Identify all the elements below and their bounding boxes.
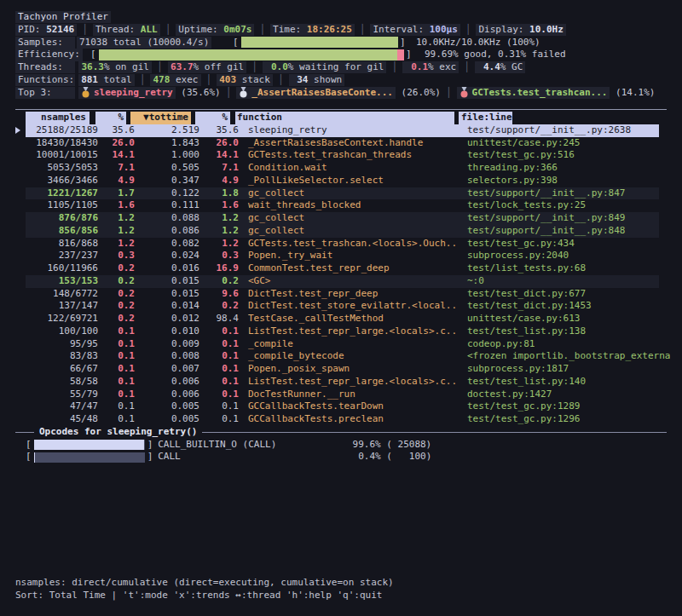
cell-cumulative-percent: 0.2 xyxy=(199,275,239,288)
cell-tottime: 0.010 xyxy=(135,325,199,338)
opcode-usage-bar-fill xyxy=(34,452,35,463)
cell-nsamples: 876/876 xyxy=(26,212,98,225)
cell-nsamples: 83/83 xyxy=(26,350,98,363)
cell-tottime: 0.009 xyxy=(135,338,199,351)
table-row[interactable]: 137/1470.20.0140.2DictTest.test_store_ev… xyxy=(0,300,682,313)
cell-file-line: test/support/__init__.py:849 xyxy=(458,212,625,225)
table-row[interactable]: 3466/34664.90.3474.9_PollLikeSelector.se… xyxy=(0,175,682,187)
opcode-row: []CALL0.4% ( 100) xyxy=(0,451,682,463)
column-header-cumulative-percent[interactable]: % xyxy=(195,112,230,124)
cell-tottime: 0.006 xyxy=(135,389,199,401)
table-row[interactable]: 816/8681.20.0821.2GCTests.test_trashcan.… xyxy=(0,238,682,250)
cell-function: <GC> xyxy=(239,275,458,288)
top3-entry[interactable]: sleeping_retry xyxy=(78,87,176,99)
cell-nsamples: 66/67 xyxy=(26,363,98,376)
table-row[interactable]: 148/67720.20.0159.6DictTest.test_repr_de… xyxy=(0,288,682,301)
status-item: Interval: 100µs xyxy=(370,24,459,36)
cell-function: GCCallbackTests.preclean xyxy=(239,413,458,426)
function-stat-suffix: stack xyxy=(236,74,270,87)
cell-file-line: test/test_gc.py:1296 xyxy=(458,413,580,426)
column-header-direct-percent[interactable]: % xyxy=(95,112,126,124)
table-row[interactable]: 1221/12671.70.1221.8gc_collecttest/suppo… xyxy=(0,187,682,200)
table-row[interactable]: 237/2370.30.0240.3Popen._try_waitsubproc… xyxy=(0,250,682,262)
cell-cumulative-percent: 0.1 xyxy=(199,413,239,426)
table-row[interactable]: 83/830.10.0080.1_compile_bytecode<frozen… xyxy=(0,350,682,363)
cell-function: TestCase._callTestMethod xyxy=(239,313,458,325)
cell-function: gc_collect xyxy=(239,225,458,238)
table-row[interactable]: 25188/2518935.62.51935.6sleeping_retryte… xyxy=(0,124,682,137)
top3-entry[interactable]: _AssertRaisesBaseConte... xyxy=(236,87,396,99)
table-row[interactable]: 1105/11051.60.1111.6wait_threads_blocked… xyxy=(0,199,682,212)
column-header-nsamples[interactable]: nsamples xyxy=(26,112,90,124)
cell-cumulative-percent: 9.6 xyxy=(199,288,239,301)
cell-cumulative-percent: 0.1 xyxy=(199,338,239,351)
cell-direct-percent: 0.1 xyxy=(98,350,135,363)
cell-function: _compile_bytecode xyxy=(239,350,458,363)
table-header-row: nsamples % ▼tottime % function file:line xyxy=(0,112,682,124)
cell-cumulative-percent: 0.2 xyxy=(199,300,239,313)
cell-function: _compile xyxy=(239,338,458,351)
cell-file-line: codeop.py:81 xyxy=(458,338,535,351)
opcodes-section-header: Opcodes for sleeping_retry() xyxy=(0,426,682,439)
table-row[interactable]: 153/1530.20.0150.2<GC>~:0 xyxy=(0,275,682,288)
separator-bar: │ xyxy=(465,24,471,37)
cell-file-line: doctest.py:1427 xyxy=(458,389,552,401)
cell-nsamples: 1221/1267 xyxy=(26,187,98,200)
cell-direct-percent: 0.1 xyxy=(98,376,135,389)
table-row[interactable]: 160/119660.20.01616.9CommonTest.test_rep… xyxy=(0,262,682,275)
cell-cumulative-percent: 0.1 xyxy=(199,389,239,401)
opcode-bar-close-bracket: ] xyxy=(147,439,153,452)
cell-direct-percent: 7.1 xyxy=(98,162,135,175)
efficiency-line: Efficiency: [ ] 99.69% good, 0.31% faile… xyxy=(0,49,682,61)
separator-bar: │ xyxy=(157,61,163,74)
table-row[interactable]: 856/8561.20.0861.2gc_collecttest/support… xyxy=(0,225,682,238)
cell-nsamples: 3466/3466 xyxy=(26,175,98,187)
table-row[interactable]: 100/1000.10.0100.1ListTest.test_repr_lar… xyxy=(0,325,682,338)
table-row-body: 1105/11051.60.1111.6wait_threads_blocked… xyxy=(26,199,659,212)
cell-tottime: 1.000 xyxy=(135,149,199,162)
table-row[interactable]: 55/790.10.0060.1DocTestRunner.__rundocte… xyxy=(0,389,682,401)
column-header-tottime-sorted[interactable]: ▼tottime xyxy=(130,112,191,124)
table-row[interactable]: 122/697210.20.01298.4TestCase._callTestM… xyxy=(0,313,682,325)
opcodes-list: []CALL_BUILTIN_O (CALL)99.6% ( 25088)[]C… xyxy=(0,439,682,464)
app-title: Tachyon Profiler xyxy=(15,11,111,23)
efficiency-good-segment xyxy=(99,49,397,60)
table-row[interactable]: 10001/1001514.11.00014.1GCTests.test_tra… xyxy=(0,149,682,162)
cell-file-line: <frozen importlib._bootstrap_externa xyxy=(458,350,670,363)
table-row[interactable]: 66/670.10.0070.1Popen._posix_spawnsubpro… xyxy=(0,363,682,376)
status-item-label: Time: xyxy=(273,24,307,37)
column-header-function[interactable]: function xyxy=(235,112,454,124)
table-row[interactable]: 45/480.10.0050.1GCCallbackTests.preclean… xyxy=(0,413,682,426)
status-item-value: ALL xyxy=(141,24,158,37)
cell-cumulative-percent: 14.1 xyxy=(199,149,239,162)
cell-tottime: 0.007 xyxy=(135,363,199,376)
cell-file-line: subprocess.py:1817 xyxy=(458,363,569,376)
cell-direct-percent: 0.2 xyxy=(98,275,135,288)
separator-bar: │ xyxy=(140,74,146,87)
cell-file-line: test/support/__init__.py:848 xyxy=(458,225,625,238)
cell-cumulative-percent: 1.2 xyxy=(199,212,239,225)
rule-segment xyxy=(15,432,34,433)
cell-tottime: 0.111 xyxy=(135,199,199,212)
table-row[interactable]: 58/580.10.0060.1ListTest.test_repr_large… xyxy=(0,376,682,389)
column-header-file-line[interactable]: file:line xyxy=(459,112,512,124)
function-stat: 34 shown xyxy=(289,74,345,86)
samples-bar-close-bracket: ] xyxy=(400,37,406,49)
table-row-body: 137/1470.20.0140.2DictTest.test_store_ev… xyxy=(26,300,659,313)
functions-label: Functions: xyxy=(15,74,75,86)
top3-entry[interactable]: GCTests.test_trashcan... xyxy=(457,87,610,99)
cell-nsamples: 153/153 xyxy=(26,275,98,288)
table-row-body: 237/2370.30.0240.3Popen._try_waitsubproc… xyxy=(26,250,659,262)
table-row[interactable]: 18430/1843026.01.84326.0_AssertRaisesBas… xyxy=(0,137,682,150)
cell-function: gc_collect xyxy=(239,212,458,225)
cell-file-line: test/test_list.py:140 xyxy=(458,376,586,389)
samples-line: Samples: 71038 total (10000.4/s) [ ] 10.… xyxy=(0,37,682,49)
table-row[interactable]: 95/950.10.0090.1_compilecodeop.py:81 xyxy=(0,338,682,351)
table-row[interactable]: 47/470.10.0050.1GCCallbackTests.tearDown… xyxy=(0,400,682,413)
table-row[interactable]: 5053/50537.10.5057.1Condition.waitthread… xyxy=(0,162,682,175)
top3-entry-name: sleeping_retry xyxy=(94,87,173,100)
table-row[interactable]: 876/8761.20.0881.2gc_collecttest/support… xyxy=(0,212,682,225)
cell-direct-percent: 0.1 xyxy=(98,413,135,426)
thread-stat-value: 36.3 xyxy=(81,61,104,74)
table-row-body: 58/580.10.0060.1ListTest.test_repr_large… xyxy=(26,376,659,389)
